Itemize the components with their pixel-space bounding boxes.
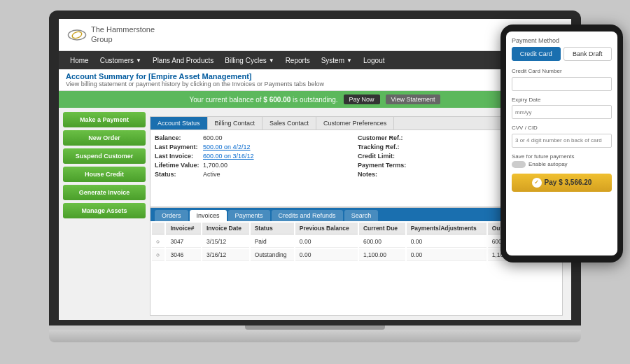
col-invoice-num: Invoice# [166,223,200,234]
bottom-section: Make a Payment New Order Suspend Custome… [59,108,571,320]
credit-card-button[interactable]: Credit Card [512,47,561,61]
status-row-last-payment: Last Payment: 500.00 on 4/2/12 [155,144,355,150]
status-col-left: Balance: 600.00 Last Payment: 500.00 on … [155,134,355,178]
new-order-button[interactable]: New Order [63,130,146,146]
house-credit-button[interactable]: House Credit [63,167,146,182]
bank-draft-button[interactable]: Bank Draft [564,47,612,61]
sidebar-buttons: Make a Payment New Order Suspend Custome… [59,108,150,320]
status-row-last-invoice: Last Invoice: 600.00 on 3/16/12 [155,153,355,160]
autopay-toggle[interactable] [512,161,526,168]
logo-icon [67,29,87,41]
col-status: Status [251,223,294,234]
account-bar: Account Summary for [Empire Asset Manage… [59,69,571,91]
main-nav: Home Customers ▼ Plans And Products Bill… [59,51,571,69]
col-prev-balance: Previous Balance [295,223,358,234]
billing-arrow-icon: ▼ [269,57,274,64]
view-statement-button[interactable]: View Statement [386,94,441,104]
status-row-lifetime: Lifetime Value: 1,700.00 [155,162,355,169]
nav-billing[interactable]: Billing Cycles ▼ [219,51,279,69]
nav-reports[interactable]: Reports [280,51,316,69]
laptop-base [49,330,581,342]
nav-system[interactable]: System ▼ [316,51,358,69]
col-current-due: Current Due [359,223,405,234]
bottom-section-inner: Make a Payment New Order Suspend Custome… [59,108,571,320]
table-row: ○ 3046 3/16/12 Outstanding 0.00 1,100.00… [152,249,561,261]
pay-now-button[interactable]: Pay Now [344,94,380,104]
laptop-device: The Hammerstone Group Home Customers ▼ P… [49,10,581,354]
site-header: The Hammerstone Group [59,19,571,51]
pay-button[interactable]: ✓ Pay $ 3,566.20 [512,174,612,192]
cvv-input[interactable] [512,134,612,148]
logo-area: The Hammerstone Group [67,25,155,43]
account-title: Account Summary for [Empire Asset Manage… [66,72,564,80]
tab-payments[interactable]: Payments [228,210,270,221]
account-subtitle: View billing statement or payment histor… [66,80,564,88]
expiry-input[interactable] [512,105,612,119]
cvv-label: CVV / CID [512,125,612,131]
tab-credits-refunds[interactable]: Credits and Refunds [272,210,343,221]
tab-sales-contact[interactable]: Sales Contact [262,117,316,130]
payment-method-buttons: Credit Card Bank Draft [512,47,612,61]
balance-bar: Your current balance of $ 600.00 is outs… [59,91,571,108]
col-invoice-date: Invoice Date [202,223,249,234]
phone-device: Payment Method Credit Card Bank Draft Cr… [500,24,623,262]
status-row-balance: Balance: 600.00 [155,134,355,141]
cc-number-label: Credit Card Number [512,68,612,74]
tab-search[interactable]: Search [344,210,379,221]
make-payment-button[interactable]: Make a Payment [63,112,146,127]
pay-icon: ✓ [532,178,542,188]
system-arrow-icon: ▼ [346,57,352,64]
tab-orders[interactable]: Orders [155,210,188,221]
logo-text: The Hammerstone Group [91,25,155,43]
nav-customers[interactable]: Customers ▼ [94,51,147,69]
autopay-label: Enable autopay [528,161,568,167]
autopay-row: Enable autopay [512,161,612,168]
payment-method-label: Payment Method [512,37,612,44]
tab-customer-preferences[interactable]: Customer Preferences [316,117,394,130]
svg-point-1 [71,30,83,39]
table-row: ○ 3047 3/15/12 Paid 0.00 600.00 0.00 600… [152,236,561,248]
phone-screen: Payment Method Credit Card Bank Draft Cr… [506,31,617,255]
suspend-customer-button[interactable]: Suspend Customer [63,148,146,164]
col-adjustments: Payments/Adjustments [407,223,486,234]
customers-arrow-icon: ▼ [136,57,141,64]
col-radio [152,223,164,234]
save-label: Save for future payments [512,153,612,160]
nav-logout[interactable]: Logout [358,51,391,69]
status-row-status: Status: Active [155,171,355,178]
laptop-screen: The Hammerstone Group Home Customers ▼ P… [59,19,571,320]
balance-text: Your current balance of $ 600.00 is outs… [190,96,338,104]
nav-home[interactable]: Home [64,51,94,69]
nav-plans[interactable]: Plans And Products [147,51,219,69]
tab-billing-contact[interactable]: Billing Contact [208,117,263,130]
tab-invoices[interactable]: Invoices [190,210,227,221]
manage-assets-button[interactable]: Manage Assets [63,203,146,218]
generate-invoice-button[interactable]: Generate Invoice [63,185,146,200]
expiry-label: Expiry Date [512,97,612,103]
pay-button-label: Pay $ 3,566.20 [545,178,592,186]
tab-account-status[interactable]: Account Status [150,117,208,130]
cc-number-input[interactable] [512,77,612,91]
